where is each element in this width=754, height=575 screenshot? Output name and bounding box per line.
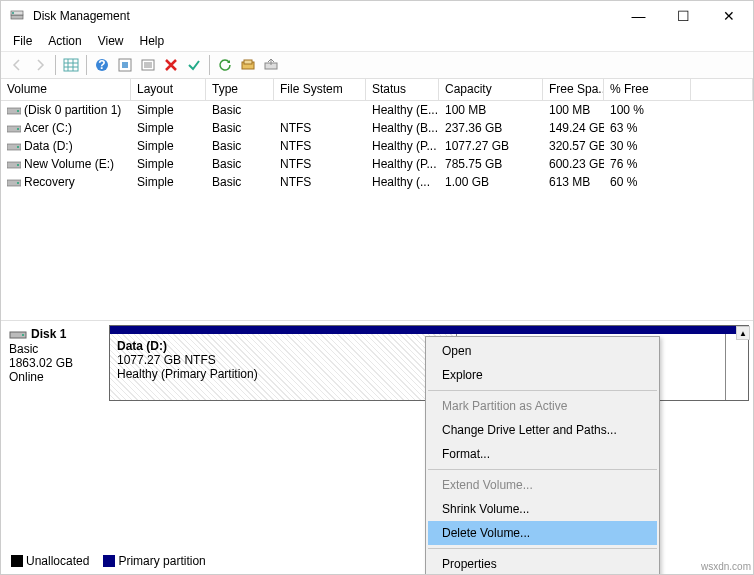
svg-rect-22 (17, 128, 19, 130)
menu-view[interactable]: View (90, 32, 132, 50)
forward-icon (30, 55, 50, 75)
svg-rect-2 (12, 12, 14, 14)
col-free[interactable]: Free Spa... (543, 79, 604, 100)
menu-shrink[interactable]: Shrink Volume... (428, 497, 657, 521)
drive-icon (7, 124, 21, 134)
disk-size: 1863.02 GB (9, 356, 93, 370)
toolbar: ? (1, 51, 753, 79)
watermark: wsxdn.com (701, 561, 751, 572)
svg-rect-0 (11, 15, 23, 19)
disk-type: Basic (9, 342, 93, 356)
window-title: Disk Management (31, 9, 616, 23)
col-filesystem[interactable]: File System (274, 79, 366, 100)
col-spacer (691, 79, 753, 100)
maximize-button[interactable]: ☐ (661, 1, 706, 31)
drive-icon (7, 178, 21, 188)
toolbar-separator (209, 55, 210, 75)
scroll-up-icon[interactable]: ▲ (736, 326, 750, 340)
grid-header: Volume Layout Type File System Status Ca… (1, 79, 753, 101)
svg-rect-20 (17, 110, 19, 112)
col-pctfree[interactable]: % Free (604, 79, 691, 100)
minimize-button[interactable]: — (616, 1, 661, 31)
menu-properties[interactable]: Properties (428, 552, 657, 575)
menu-action[interactable]: Action (40, 32, 89, 50)
titlebar: Disk Management — ☐ ✕ (1, 1, 753, 31)
partition-data-d[interactable]: Data (D:) 1077.27 GB NTFS Healthy (Prima… (110, 334, 457, 400)
svg-rect-28 (17, 182, 19, 184)
partition-header-bar (110, 326, 748, 334)
table-row[interactable]: Data (D:)SimpleBasicNTFSHealthy (P...107… (1, 137, 753, 155)
toolbar-separator (55, 55, 56, 75)
col-status[interactable]: Status (366, 79, 439, 100)
svg-text:?: ? (98, 58, 105, 72)
table-row[interactable]: Acer (C:)SimpleBasicNTFSHealthy (B...237… (1, 119, 753, 137)
disk-header[interactable]: Disk 1 Basic 1863.02 GB Online (1, 321, 101, 411)
toolbar-drive-icon[interactable] (238, 55, 258, 75)
help-icon[interactable]: ? (92, 55, 112, 75)
menu-mark-active: Mark Partition as Active (428, 394, 657, 418)
table-row[interactable]: New Volume (E:)SimpleBasicNTFSHealthy (P… (1, 155, 753, 173)
partition-segment-3[interactable] (726, 334, 748, 400)
legend: Unallocated Primary partition (11, 554, 214, 568)
table-row[interactable]: RecoverySimpleBasicNTFSHealthy (...1.00 … (1, 173, 753, 191)
col-capacity[interactable]: Capacity (439, 79, 543, 100)
swatch-unallocated (11, 555, 23, 567)
svg-rect-11 (122, 62, 128, 68)
back-icon (7, 55, 27, 75)
app-icon (9, 8, 25, 24)
menu-format[interactable]: Format... (428, 442, 657, 466)
svg-rect-24 (17, 146, 19, 148)
settings-icon[interactable] (115, 55, 135, 75)
refresh-icon[interactable] (215, 55, 235, 75)
svg-rect-26 (17, 164, 19, 166)
svg-rect-17 (244, 60, 252, 64)
svg-rect-3 (64, 59, 78, 71)
toolbar-separator (86, 55, 87, 75)
drive-icon (7, 160, 21, 170)
col-volume[interactable]: Volume (1, 79, 131, 100)
menubar: File Action View Help (1, 31, 753, 51)
close-button[interactable]: ✕ (706, 1, 751, 31)
partition-name: Data (D:) (117, 339, 449, 353)
check-icon[interactable] (184, 55, 204, 75)
toolbar-detach-icon[interactable] (261, 55, 281, 75)
table-row[interactable]: (Disk 0 partition 1)SimpleBasicHealthy (… (1, 101, 753, 119)
disk-status: Online (9, 370, 93, 384)
menu-help[interactable]: Help (132, 32, 173, 50)
menu-explore[interactable]: Explore (428, 363, 657, 387)
menu-separator (428, 548, 657, 549)
menu-open[interactable]: Open (428, 339, 657, 363)
legend-unallocated: Unallocated (26, 554, 89, 568)
toolbar-list-icon[interactable] (138, 55, 158, 75)
partition-health: Healthy (Primary Partition) (117, 367, 449, 381)
delete-icon[interactable] (161, 55, 181, 75)
menu-separator (428, 469, 657, 470)
legend-primary: Primary partition (118, 554, 205, 568)
drive-icon (7, 106, 21, 116)
menu-delete-volume[interactable]: Delete Volume... (428, 521, 657, 545)
menu-change-letter[interactable]: Change Drive Letter and Paths... (428, 418, 657, 442)
toolbar-grid-icon[interactable] (61, 55, 81, 75)
context-menu: Open Explore Mark Partition as Active Ch… (425, 336, 660, 575)
grid-blank (1, 191, 753, 321)
volume-list: Volume Layout Type File System Status Ca… (1, 79, 753, 321)
menu-file[interactable]: File (5, 32, 40, 50)
disk-icon (9, 328, 27, 342)
svg-rect-30 (22, 334, 24, 336)
col-type[interactable]: Type (206, 79, 274, 100)
menu-extend: Extend Volume... (428, 473, 657, 497)
swatch-primary (103, 555, 115, 567)
drive-icon (7, 142, 21, 152)
partition-size: 1077.27 GB NTFS (117, 353, 449, 367)
col-layout[interactable]: Layout (131, 79, 206, 100)
menu-separator (428, 390, 657, 391)
disk-title: Disk 1 (31, 327, 66, 341)
